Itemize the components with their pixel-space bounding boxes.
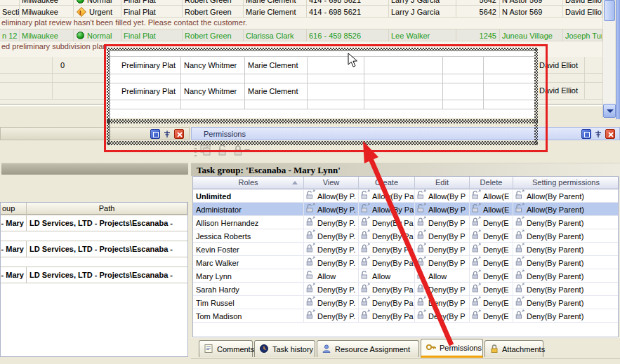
- grid-cell[interactable]: Sectio: [0, 6, 20, 18]
- role-cell[interactable]: Tim Russel: [193, 296, 304, 309]
- path-cell[interactable]: LD Services, LTD - Projects\Escanaba -: [27, 215, 187, 231]
- grid-cell[interactable]: Robert Green: [183, 29, 244, 41]
- permission-value-cell[interactable]: Deny(By P.: [304, 243, 359, 256]
- permission-value-cell[interactable]: Deny(By P.: [304, 283, 359, 296]
- permission-row[interactable]: AdministratorAllow(By P.Allow(By PaAllow…: [193, 203, 618, 216]
- permission-value-cell[interactable]: Deny(By Parent): [513, 269, 619, 283]
- grid-cell[interactable]: 1245: [456, 29, 500, 41]
- permission-value-cell[interactable]: Deny(By P.: [304, 296, 359, 309]
- permission-value-cell[interactable]: Deny(By P.: [304, 309, 359, 323]
- path-cell[interactable]: LD Services, LTD - Projects\Escanaba -: [27, 241, 187, 257]
- sort-ascending-icon[interactable]: [292, 181, 298, 184]
- column-header-roles[interactable]: Roles: [193, 177, 304, 189]
- grid-cell[interactable]: N Astor 569: [500, 0, 563, 6]
- permission-value-cell[interactable]: Deny(E: [470, 296, 513, 309]
- permission-value-cell[interactable]: Deny(E: [470, 283, 513, 296]
- permission-row[interactable]: UnlimitedAllow(By P.Allow(By PaAllow(By …: [193, 189, 618, 203]
- group-cell[interactable]: - Mary: [1, 267, 27, 283]
- permission-value-cell[interactable]: Deny(E: [470, 229, 513, 243]
- column-header-setting-permissions[interactable]: Setting permissions: [513, 177, 619, 189]
- permission-value-cell[interactable]: Allow(By P: [415, 189, 470, 203]
- scrollbar-thumb[interactable]: [604, 0, 615, 21]
- permission-value-cell[interactable]: Deny(By P: [415, 283, 470, 296]
- permission-value-cell[interactable]: Deny(By Parent): [513, 256, 619, 269]
- grid-message-row[interactable]: eliminary plat review hasn't been filled…: [0, 18, 602, 29]
- scroll-down-button[interactable]: [603, 104, 616, 118]
- grid-cell[interactable]: 616 - 459 8526: [307, 29, 389, 41]
- vertical-scrollbar[interactable]: [602, 0, 615, 118]
- grid-row[interactable]: n 12MilwaukeeNormalFinal PlatRobert Gree…: [0, 29, 602, 41]
- pin-button[interactable]: [593, 129, 603, 139]
- permission-value-cell[interactable]: Deny(By Pa: [359, 229, 415, 243]
- grid-cell[interactable]: Larry J Garcia: [389, 0, 456, 6]
- grid-cell[interactable]: David Elliot: [563, 0, 602, 6]
- grid-cell[interactable]: N Astor 569: [500, 6, 563, 18]
- role-cell[interactable]: Allison Hernandez: [193, 216, 304, 229]
- column-header-edit[interactable]: Edit: [415, 177, 470, 189]
- grid-cell[interactable]: David Elliot: [563, 6, 602, 18]
- grid-row[interactable]: SectioMilwaukeeUrgentFinal PlatRobert Gr…: [0, 6, 602, 18]
- window-position-button[interactable]: [581, 129, 591, 139]
- grid-cell[interactable]: Milwaukee: [20, 6, 74, 18]
- permission-value-cell[interactable]: Deny(By Parent): [513, 229, 619, 243]
- grid-cell[interactable]: Robert Green: [183, 6, 244, 18]
- path-column-header[interactable]: Path: [27, 203, 187, 215]
- permission-value-cell[interactable]: Deny(By Parent): [513, 216, 619, 229]
- permission-value-cell[interactable]: Deny(By P: [415, 296, 470, 309]
- permission-row[interactable]: Marc WalkerDeny(By P.Deny(By PaDeny(By P…: [193, 256, 618, 269]
- permission-value-cell[interactable]: Allow(By Parent): [513, 203, 619, 216]
- permission-value-cell[interactable]: Deny(By Pa: [359, 309, 415, 323]
- grid-row[interactable]: MilwaukeeNormalFinal PlatRobert GreenMar…: [0, 0, 602, 6]
- grid-cell[interactable]: Marie Clement: [244, 6, 307, 18]
- permission-value-cell[interactable]: Deny(By Parent): [513, 309, 619, 323]
- permission-value-cell[interactable]: Deny(By Parent): [513, 283, 619, 296]
- permission-value-cell[interactable]: Allow(E: [470, 203, 513, 216]
- path-cell[interactable]: LD Services, LTD - Projects\Escanaba -: [27, 267, 187, 283]
- permission-value-cell[interactable]: Deny(E: [470, 269, 513, 283]
- permission-row[interactable]: Tom MadisonDeny(By P.Deny(By PaDeny(By P…: [193, 309, 618, 323]
- permission-row[interactable]: Jessica RobertsDeny(By P.Deny(By PaDeny(…: [193, 229, 618, 243]
- project-row[interactable]: - MaryLD Services, LTD - Projects\Escana…: [1, 241, 187, 257]
- grid-cell[interactable]: Lee Walker: [389, 29, 456, 41]
- permission-row[interactable]: Allison HernandezDeny(By P.Deny(By PaDen…: [193, 216, 618, 229]
- grid-cell[interactable]: Final Plat: [121, 0, 183, 6]
- grid-cell[interactable]: 414 - 698 5621: [307, 0, 389, 6]
- group-cell[interactable]: - Mary: [1, 241, 27, 257]
- project-row[interactable]: - MaryLD Services, LTD - Projects\Escana…: [1, 267, 187, 283]
- tab-resource-assignment[interactable]: Resource Assignment: [317, 340, 419, 357]
- permission-value-cell[interactable]: Deny(By Parent): [513, 243, 619, 256]
- grid-cell[interactable]: 0: [60, 58, 65, 73]
- permission-value-cell[interactable]: Deny(By Pa: [359, 296, 415, 309]
- permission-value-cell[interactable]: Allow: [304, 269, 359, 283]
- grid-cell[interactable]: Clarissa Clark: [244, 29, 307, 41]
- grid-cell[interactable]: Joseph Turner: [563, 29, 602, 41]
- role-cell[interactable]: Jessica Roberts: [193, 229, 304, 243]
- permission-value-cell[interactable]: Allow(By Parent): [513, 189, 619, 203]
- grid-cell[interactable]: Urgent: [74, 6, 121, 18]
- grid-cell[interactable]: Milwaukee: [20, 29, 74, 41]
- permission-value-cell[interactable]: Allow(E: [470, 189, 513, 203]
- permission-value-cell[interactable]: Deny(By P: [415, 256, 470, 269]
- grid-cell[interactable]: Normal: [74, 0, 121, 6]
- permission-value-cell[interactable]: Deny(By Pa: [359, 256, 415, 269]
- permission-value-cell[interactable]: Deny(By P: [415, 229, 470, 243]
- permission-value-cell[interactable]: Allow(By P.: [304, 189, 359, 203]
- grid-cell[interactable]: Robert Green: [183, 0, 244, 6]
- permission-row[interactable]: Tim RusselDeny(By P.Deny(By PaDeny(By PD…: [193, 296, 618, 309]
- permission-value-cell[interactable]: Allow: [359, 269, 415, 283]
- group-cell[interactable]: - Mary: [1, 215, 27, 231]
- permission-value-cell[interactable]: Allow: [415, 269, 470, 283]
- column-header-view[interactable]: View: [304, 177, 359, 189]
- grid-cell[interactable]: Final Plat: [121, 6, 183, 18]
- close-button[interactable]: [605, 129, 615, 139]
- permission-value-cell[interactable]: Deny(By Parent): [513, 296, 619, 309]
- grid-cell[interactable]: Larry J Garcia: [389, 6, 456, 18]
- permission-row[interactable]: Kevin FosterDeny(By P.Deny(By PaDeny(By …: [193, 243, 618, 256]
- project-row[interactable]: - MaryLD Services, LTD - Projects\Escana…: [1, 215, 187, 231]
- permission-value-cell[interactable]: Allow(By Pa: [359, 189, 415, 203]
- role-cell[interactable]: Unlimited: [193, 189, 304, 203]
- grid-cell[interactable]: Juneau Village: [500, 29, 563, 41]
- permission-value-cell[interactable]: Deny(E: [470, 243, 513, 256]
- group-column-header[interactable]: oup: [1, 203, 27, 215]
- grid-cell[interactable]: Marie Clement: [244, 0, 307, 6]
